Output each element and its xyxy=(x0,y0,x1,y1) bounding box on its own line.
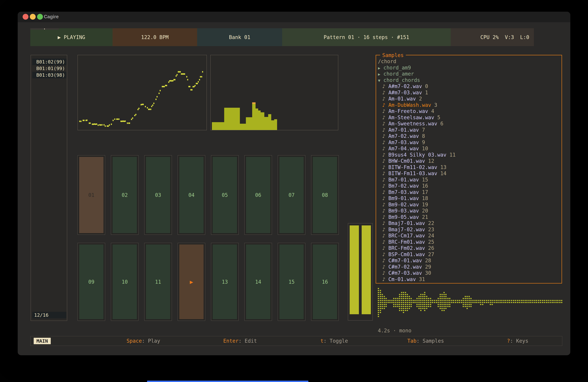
music-note-icon: ♪ xyxy=(382,102,385,108)
scatter-point xyxy=(99,124,100,125)
sample-row[interactable]: ♪ Bm9-05.wav 21 xyxy=(378,214,561,220)
sample-row[interactable]: ♪ Bmaj7-02.wav 23 xyxy=(378,226,561,233)
pad-3[interactable]: 03 xyxy=(144,155,172,235)
sample-file-name: Am7-04.wav xyxy=(385,145,419,152)
sample-index: 14 xyxy=(437,170,446,176)
vu-meter-right xyxy=(362,225,371,314)
waveform-column xyxy=(488,300,489,303)
sample-row[interactable]: ♪ Bm7-02.wav 16 xyxy=(378,183,561,189)
sample-file-name: C#m7-03.wav xyxy=(385,270,422,276)
sample-row[interactable]: ♪ BRC-Fm01.wav 25 xyxy=(378,239,561,245)
music-note-icon: ♪ xyxy=(382,195,385,201)
pad-12[interactable]: ▶ xyxy=(178,243,205,321)
waveform-column xyxy=(420,294,421,311)
pad-6[interactable]: 06 xyxy=(244,155,272,235)
bpm-display[interactable]: 122.0 BPM xyxy=(113,28,197,46)
pad-10[interactable]: 10 xyxy=(111,243,139,321)
pad-7[interactable]: 07 xyxy=(278,155,305,235)
sample-row[interactable]: ♪ Am-Freeto.wav 4 xyxy=(378,108,561,115)
waveform-column xyxy=(380,290,381,313)
music-note-icon: ♪ xyxy=(382,226,385,233)
folder-row[interactable]: ▶ chord_amer xyxy=(378,71,561,77)
sample-row[interactable]: ♪ Am-01.wav 2 xyxy=(378,96,561,102)
sample-row[interactable]: ♪ BITW-Fm11-03.wav 14 xyxy=(378,170,561,177)
sample-row[interactable]: ♪ Cm-01.wav 31 xyxy=(378,276,561,282)
transport-status[interactable]: ▶ PLAYING xyxy=(30,28,113,46)
scatter-point xyxy=(124,121,125,122)
sample-file-name: Am-Freeto.wav xyxy=(385,108,428,114)
sample-row[interactable]: ♪ A#m7-02.wav 0 xyxy=(378,83,561,90)
folder-closed-icon[interactable]: ▶ xyxy=(378,72,380,77)
sample-row[interactable]: ♪ Am7-01.wav 7 xyxy=(378,127,561,133)
pad-1[interactable]: 01 xyxy=(78,155,105,235)
histogram-bar xyxy=(252,104,255,130)
sample-row[interactable]: ♪ BRC-Fm02.wav 26 xyxy=(378,245,561,251)
waveform-column xyxy=(395,298,397,307)
pad-5[interactable]: 05 xyxy=(211,155,239,235)
pad-2[interactable]: 02 xyxy=(111,155,139,235)
sample-row[interactable]: ♪ Am7-03.wav 9 xyxy=(378,139,561,146)
waveform-column xyxy=(511,300,512,303)
sample-row[interactable]: ♪ Bm7-03.wav 17 xyxy=(378,189,561,196)
pad-9[interactable]: 09 xyxy=(78,243,105,321)
pad-14[interactable]: 14 xyxy=(244,243,272,321)
pattern-display[interactable]: Pattern 01 · 16 steps · #151 xyxy=(282,28,451,46)
sample-row[interactable]: ♪ BSP-Cm01.wav 27 xyxy=(378,251,561,258)
sample-histogram-chart xyxy=(210,55,338,130)
sample-file-name: Am7-01.wav xyxy=(385,127,419,133)
waveform-column xyxy=(457,300,458,303)
pad-label: 05 xyxy=(213,157,237,233)
sample-row[interactable]: ♪ C#m7-01.wav 28 xyxy=(378,258,561,264)
sample-index: 3 xyxy=(431,102,437,108)
track-row[interactable]: B01:02(99) xyxy=(32,59,66,65)
scatter-point xyxy=(170,80,171,81)
maximize-button[interactable] xyxy=(37,14,43,20)
sample-row[interactable]: ♪ Bmaj7-01.wav 22 xyxy=(378,220,561,226)
hint-label: : Keys xyxy=(510,338,528,344)
waveform-column xyxy=(517,300,518,303)
pad-15[interactable]: 15 xyxy=(278,243,305,321)
scatter-point xyxy=(111,123,112,125)
folder-row[interactable]: ▶ chord_am9 xyxy=(378,65,561,71)
waveform-column xyxy=(436,300,437,303)
sample-index: 13 xyxy=(437,164,446,170)
waveform-column xyxy=(426,296,427,309)
sample-row[interactable]: ♪ BITW-Fm11-02.wav 13 xyxy=(378,164,561,171)
sample-index: 19 xyxy=(419,201,428,208)
pad-16[interactable]: 16 xyxy=(311,243,339,321)
sample-row[interactable]: ♪ Am7-02.wav 8 xyxy=(378,133,561,139)
folder-closed-icon[interactable]: ▶ xyxy=(378,66,380,70)
pad-13[interactable]: 13 xyxy=(211,243,239,321)
minimize-button[interactable] xyxy=(30,14,36,20)
folder-open-icon[interactable]: ▼ xyxy=(378,78,380,83)
sample-row[interactable]: ♪ Bm7-01.wav 15 xyxy=(378,177,561,183)
close-button[interactable] xyxy=(22,14,28,20)
sample-row[interactable]: ♪ C#m7-02.wav 29 xyxy=(378,264,561,270)
waveform-column xyxy=(397,298,399,307)
pad-11[interactable]: 11 xyxy=(144,243,172,321)
sample-row[interactable]: ♪ C#m7-03.wav 30 xyxy=(378,270,561,276)
track-row[interactable]: B01:01(99) xyxy=(32,65,66,72)
pad-8[interactable]: 08 xyxy=(311,155,339,235)
sample-row[interactable]: ♪ Bm9-03.wav 20 xyxy=(378,208,561,214)
sample-row[interactable]: ♪ BHW-Cm01.wav 12 xyxy=(378,158,561,164)
sample-row[interactable]: ♪ BRC-Cm17.wav 24 xyxy=(378,233,561,239)
pad-4[interactable]: 04 xyxy=(178,155,205,235)
bank-display[interactable]: Bank 01 xyxy=(197,28,282,46)
scatter-point xyxy=(155,99,157,100)
sample-row[interactable]: ♪ Am-DubWash.wav 3 xyxy=(378,102,561,108)
sample-row[interactable]: ♪ Am-Steelsaw.wav 5 xyxy=(378,115,561,121)
sample-row[interactable]: ♪ A#m7-03.wav 1 xyxy=(378,90,561,96)
sample-row[interactable]: ♪ Bm9-02.wav 19 xyxy=(378,201,561,208)
mode-badge: MAIN xyxy=(34,338,51,344)
sample-row[interactable]: ♪ B9sus4 Silky 03.wav 11 xyxy=(378,152,561,158)
sample-row[interactable]: ♪ Bm9-01.wav 18 xyxy=(378,195,561,201)
scatter-point xyxy=(125,121,126,122)
scatter-point xyxy=(189,86,190,87)
music-note-icon: ♪ xyxy=(382,152,385,158)
folder-row[interactable]: ▼ chord_chords xyxy=(378,77,561,83)
sample-row[interactable]: ♪ Am7-04.wav 10 xyxy=(378,145,561,152)
sample-row[interactable]: ♪ Am-Sweetness.wav 6 xyxy=(378,121,561,127)
pad-label: 15 xyxy=(279,244,304,319)
track-row[interactable]: B01:03(98) xyxy=(32,72,66,78)
